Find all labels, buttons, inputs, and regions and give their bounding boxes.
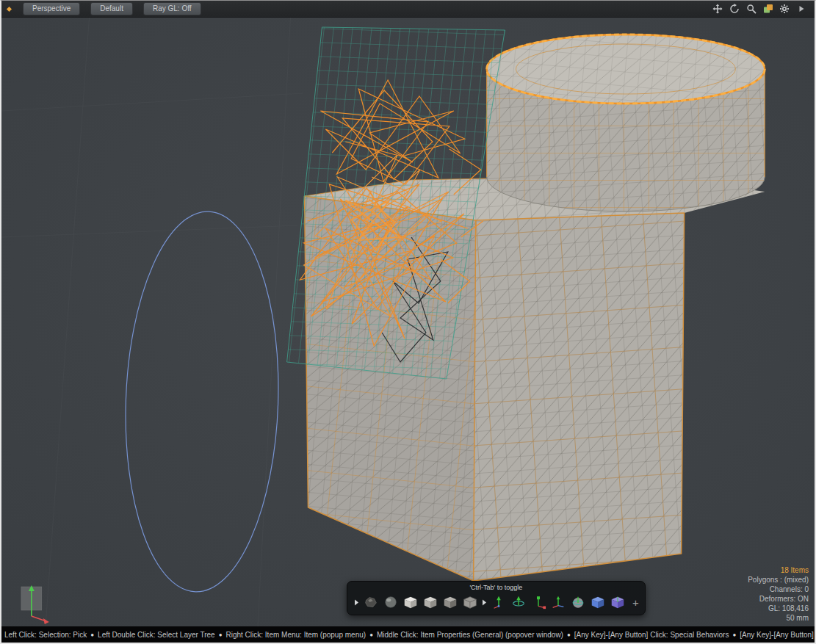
cube-purple-tool-icon[interactable] bbox=[609, 593, 627, 611]
bullet-separator-icon: ● bbox=[567, 632, 571, 638]
status-segment: [Any Key]-[Any Button] Click and Drag: d… bbox=[740, 631, 815, 639]
rotate-tool-icon[interactable] bbox=[510, 593, 527, 611]
mesh-cube-icon[interactable] bbox=[422, 593, 439, 611]
status-bar: Left Click: Selection: Pick ● Left Doubl… bbox=[1, 626, 815, 643]
grid-scale-info: 50 mm bbox=[748, 613, 809, 623]
group-expand-icon[interactable] bbox=[482, 599, 487, 606]
menu-arrow-icon[interactable] bbox=[796, 4, 807, 15]
raygl-button[interactable]: Ray GL: Off bbox=[143, 2, 201, 15]
status-segment: Left Click: Selection: Pick bbox=[4, 631, 87, 639]
zoom-icon[interactable] bbox=[745, 4, 757, 15]
viewport-toggle-icon[interactable] bbox=[762, 4, 773, 15]
status-segment: Right Click: Item Menu: Item (popup menu… bbox=[225, 631, 366, 639]
mesh-rock-icon[interactable] bbox=[362, 593, 380, 611]
popup-tooltip-label: 'Ctrl-Tab' to toggle bbox=[353, 583, 639, 593]
popup-icon-row: + bbox=[353, 593, 639, 611]
mesh-cube-flat-icon[interactable] bbox=[461, 593, 479, 611]
bullet-separator-icon: ● bbox=[732, 632, 736, 638]
polygons-info: Polygons : (mixed) bbox=[748, 575, 809, 585]
viewport-canvas[interactable] bbox=[1, 17, 815, 629]
status-segment: [Any Key]-[Any Button] Click: Special Be… bbox=[574, 631, 729, 639]
status-segment: Middle Click: Item Properties (General) … bbox=[377, 631, 563, 639]
gear-icon[interactable] bbox=[779, 4, 790, 15]
deformers-info: Deformers: ON bbox=[748, 594, 809, 604]
orbit-icon[interactable] bbox=[729, 4, 740, 15]
bullet-separator-icon: ● bbox=[369, 632, 373, 638]
channels-info: Channels: 0 bbox=[748, 585, 809, 594]
viewport-info-panel: 18 Items Polygons : (mixed) Channels: 0 … bbox=[748, 565, 809, 623]
ctrl-tab-toolbar-popup: 'Ctrl-Tab' to toggle bbox=[347, 581, 646, 615]
cube-blue-tool-icon[interactable] bbox=[589, 593, 607, 611]
perspective-button[interactable]: Perspective bbox=[23, 2, 80, 15]
transform-tool-icon[interactable] bbox=[549, 593, 567, 611]
modo-viewport-window: Perspective Default Ray GL: Off bbox=[0, 0, 816, 644]
scale-tool-icon[interactable] bbox=[530, 593, 547, 611]
pan-icon[interactable] bbox=[712, 4, 723, 15]
mesh-sphere-icon[interactable] bbox=[382, 593, 400, 611]
viewport-header: Perspective Default Ray GL: Off bbox=[1, 1, 815, 18]
bullet-separator-icon: ● bbox=[219, 632, 223, 638]
add-preset-button[interactable]: + bbox=[632, 597, 639, 608]
bullet-separator-icon: ● bbox=[90, 632, 94, 638]
mesh-cube-light-icon[interactable] bbox=[402, 593, 419, 611]
sphere-tool-icon[interactable] bbox=[569, 593, 587, 611]
shading-default-button[interactable]: Default bbox=[90, 2, 133, 15]
gl-info: GL: 108,416 bbox=[748, 604, 809, 613]
items-count: 18 Items bbox=[748, 565, 809, 575]
header-icons bbox=[712, 4, 809, 15]
status-segment: Left Double Click: Select Layer Tree bbox=[98, 631, 215, 639]
viewport-active-indicator bbox=[7, 6, 12, 11]
mesh-cube-dark-icon[interactable] bbox=[441, 593, 459, 611]
move-tool-icon[interactable] bbox=[490, 593, 508, 611]
group-expand-icon[interactable] bbox=[354, 599, 359, 606]
cylinder-mesh-item[interactable] bbox=[487, 35, 765, 211]
